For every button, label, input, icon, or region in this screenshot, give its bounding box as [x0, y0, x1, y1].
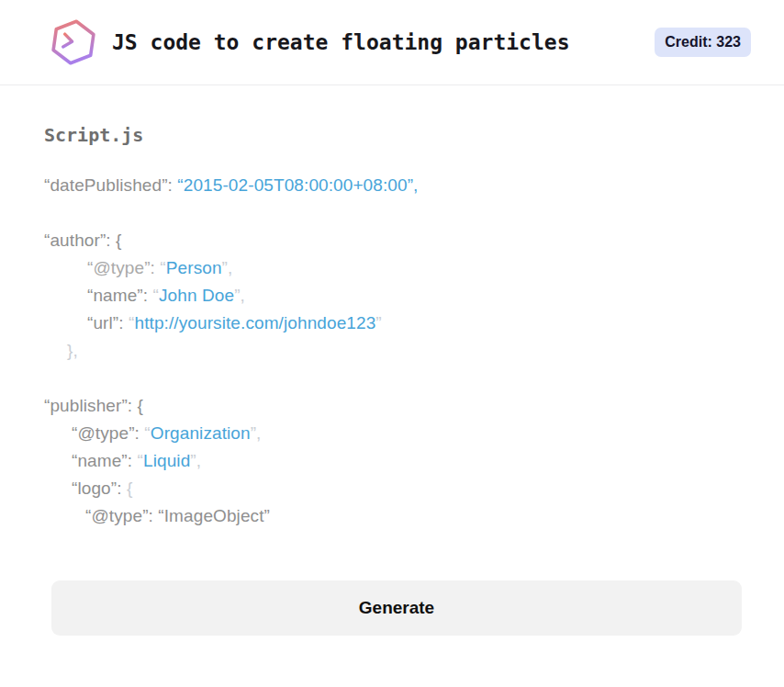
- page-title: JS code to create floating particles: [112, 30, 570, 54]
- generate-button[interactable]: Generate: [51, 580, 742, 636]
- code-line: “url”: “http://yoursite.com/johndoe123”: [44, 310, 740, 337]
- credit-badge: Credit: 323: [655, 28, 751, 57]
- code-line: “publisher”: {: [44, 392, 740, 420]
- code-line: “logo”: {: [44, 475, 740, 502]
- script-filename-label: Script.js: [44, 124, 740, 146]
- code-line: “datePublished”: “2015-02-05T08:00:00+08…: [44, 172, 740, 199]
- code-line: “@type”: “Organization”,: [44, 420, 740, 447]
- code-line: “@type”: “Person”,: [44, 254, 740, 282]
- code-line: [44, 199, 740, 227]
- code-block: “datePublished”: “2015-02-05T08:00:00+08…: [44, 172, 740, 530]
- code-line: “@type”: “ImageObject”: [44, 502, 740, 530]
- code-line: },: [44, 337, 740, 365]
- code-line: “name”: “John Doe”,: [44, 282, 740, 310]
- terminal-prompt-hexagon-icon: [48, 17, 99, 68]
- main-content: Script.js “datePublished”: “2015-02-05T0…: [0, 85, 784, 530]
- code-line: “author”: {: [44, 227, 740, 254]
- code-line: [44, 365, 740, 392]
- app-header: JS code to create floating particles Cre…: [0, 0, 784, 85]
- code-line: “name”: “Liquid”,: [44, 447, 740, 475]
